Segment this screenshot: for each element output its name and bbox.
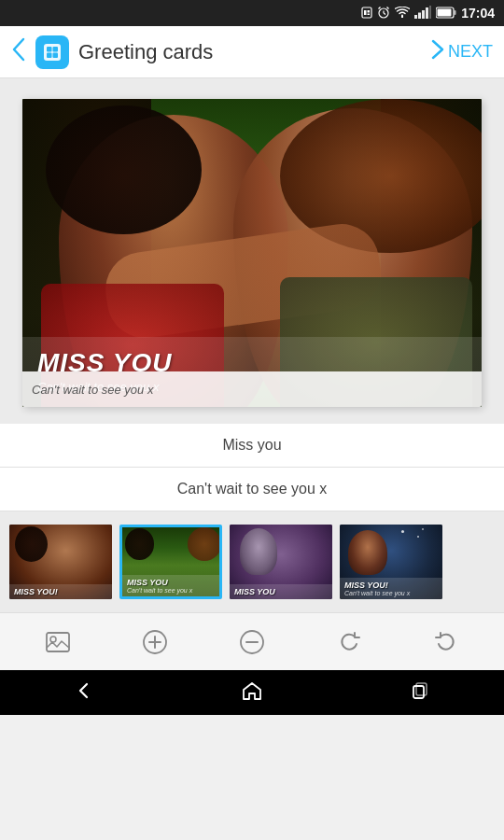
next-arrow-icon [431, 39, 444, 64]
alarm-icon [377, 6, 390, 21]
card-white-footer: Can't wait to see you x [22, 371, 482, 407]
t3-figure [240, 528, 277, 575]
svg-point-23 [50, 637, 56, 642]
thumb-3-main: MISS YOU [234, 587, 328, 596]
thumb-3-photo: MISS YOU [230, 525, 332, 599]
svg-rect-1 [364, 10, 367, 15]
svg-rect-22 [47, 633, 69, 651]
svg-rect-16 [438, 8, 452, 16]
thumbnail-1[interactable]: Miss you! [9, 525, 112, 599]
gallery-button[interactable] [35, 620, 80, 665]
card-preview-container: MISS YOU Can't wait to see you x Can't w… [0, 78, 504, 424]
t1-hair [15, 526, 48, 562]
thumbnails-section: Miss you! MISS YOU Can't wait to see you… [0, 511, 504, 612]
android-recents-button[interactable] [410, 680, 430, 706]
thumb-4-overlay: Miss you! Can't wait to see you x [340, 578, 442, 599]
svg-rect-12 [426, 7, 428, 19]
t4-star3 [422, 528, 424, 530]
wifi-icon [395, 7, 410, 20]
bottom-toolbar [0, 612, 504, 670]
next-button[interactable]: NEXT [431, 39, 493, 64]
text-inputs-section [0, 424, 504, 511]
main-content: MISS YOU Can't wait to see you x Can't w… [0, 78, 504, 670]
t2-hair-r [188, 527, 221, 561]
hair-left [46, 105, 202, 235]
page-title: Greeting cards [78, 40, 213, 64]
thumbnail-3[interactable]: MISS YOU [230, 525, 332, 599]
card-footer-text: Can't wait to see you x [32, 383, 153, 397]
svg-line-7 [379, 7, 381, 9]
thumb-4-sub: Can't wait to see you x [344, 590, 438, 596]
svg-rect-15 [455, 10, 456, 15]
thumb-2-photo: MISS YOU Can't wait to see you x [122, 527, 219, 596]
thumb-3-overlay: MISS YOU [230, 584, 332, 599]
signal-icon [414, 6, 431, 21]
svg-rect-10 [418, 13, 421, 20]
thumb-1-photo: Miss you! [9, 525, 112, 599]
svg-rect-20 [47, 52, 52, 58]
thumbnail-2[interactable]: MISS YOU Can't wait to see you x [119, 525, 222, 599]
t4-figure [348, 530, 387, 575]
battery-icon [436, 7, 456, 21]
headline-input[interactable] [19, 437, 485, 454]
next-label: NEXT [448, 42, 493, 62]
svg-line-8 [387, 7, 389, 9]
thumb-2-overlay: MISS YOU Can't wait to see you x [122, 575, 219, 596]
thumb-4-photo: Miss you! Can't wait to see you x [340, 525, 442, 599]
back-icon[interactable] [11, 37, 26, 67]
android-back-button[interactable] [74, 680, 94, 706]
svg-rect-17 [44, 44, 61, 61]
rotate-button[interactable] [327, 620, 371, 665]
svg-rect-0 [362, 7, 371, 18]
status-time: 17:04 [461, 6, 495, 21]
card-preview[interactable]: MISS YOU Can't wait to see you x Can't w… [22, 99, 482, 407]
svg-marker-29 [244, 683, 260, 699]
svg-rect-18 [47, 47, 52, 52]
svg-rect-2 [368, 10, 371, 13]
subline-input[interactable] [19, 481, 485, 497]
status-icons: 17:04 [361, 6, 495, 21]
undo-button[interactable] [424, 620, 469, 665]
svg-rect-31 [416, 683, 427, 695]
svg-rect-9 [414, 15, 417, 19]
thumb-2-main: MISS YOU [127, 578, 215, 587]
svg-rect-11 [422, 10, 425, 19]
thumb-4-main: Miss you! [344, 581, 438, 590]
svg-rect-13 [429, 6, 431, 19]
android-nav [0, 670, 504, 715]
add-button[interactable] [133, 620, 177, 665]
status-bar: 17:04 [0, 0, 504, 26]
svg-rect-21 [53, 52, 59, 58]
svg-rect-3 [368, 14, 371, 16]
android-home-button[interactable] [242, 680, 262, 706]
top-bar-left: Greeting cards [11, 35, 213, 69]
svg-rect-30 [413, 686, 424, 698]
subline-input-row [0, 468, 504, 511]
thumb-2-sub: Can't wait to see you x [127, 587, 215, 594]
thumbnail-4[interactable]: Miss you! Can't wait to see you x [340, 525, 442, 599]
remove-button[interactable] [230, 620, 274, 665]
svg-line-6 [384, 13, 385, 15]
svg-rect-19 [53, 47, 59, 52]
thumb-1-main: Miss you! [14, 587, 107, 596]
sim-icon [361, 6, 372, 21]
headline-input-row [0, 424, 504, 468]
card-photo: MISS YOU Can't wait to see you x Can't w… [22, 99, 482, 407]
t4-star2 [417, 536, 419, 538]
thumb-1-overlay: Miss you! [9, 584, 112, 599]
t2-hair-l [125, 528, 154, 559]
top-nav-bar: Greeting cards NEXT [0, 26, 504, 78]
app-icon [35, 35, 69, 69]
